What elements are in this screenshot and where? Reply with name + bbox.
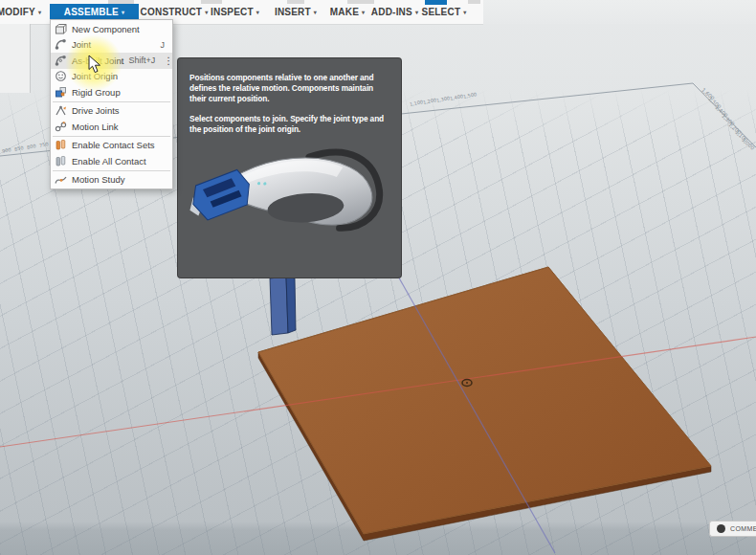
menu-item-enable-contact-sets[interactable]: Enable Contact Sets [51,138,172,154]
menu-assemble[interactable]: ASSEMBLE▾ [50,4,139,20]
chevron-down-icon: ▾ [205,9,208,15]
chevron-down-icon: ▾ [256,9,259,15]
comment-button[interactable]: COMMENT [709,521,756,537]
plate-top-face [258,267,711,534]
new-component-icon [55,23,67,35]
menu-item-as-built-joint[interactable]: As-built Joint Shift+J ⋮ [51,53,172,69]
menu-construct[interactable]: CONSTRUCT▾ [143,4,206,20]
assemble-dropdown-menu: New Component Joint J As-built Joint Shi… [50,19,173,189]
joint-tooltip-image [189,144,389,267]
overflow-menu-icon[interactable]: ⋮ [164,56,171,66]
chevron-down-icon: ▾ [362,9,365,15]
enable-contact-sets-icon [55,139,67,151]
menu-item-joint[interactable]: Joint J [51,37,172,54]
tooltip-paragraph: Select components to join. Specify the j… [189,114,389,135]
menu-inspect[interactable]: INSPECT▾ [210,4,260,20]
menu-modify[interactable]: MODIFY▾ [0,4,46,20]
rigid-group-icon [55,86,67,99]
chevron-down-icon: ▾ [415,9,418,15]
menu-separator [53,170,170,171]
left-panel-fragment [0,24,31,93]
motion-study-icon [55,173,67,186]
menu-item-enable-all-contact[interactable]: Enable All Contact [51,153,172,169]
post-front-face [270,277,288,335]
chevron-down-icon: ▾ [122,9,124,15]
chevron-down-icon: ▾ [314,9,317,15]
menu-item-drive-joints[interactable]: Drive Joints [51,103,172,120]
tooltip-paragraph: Positions components relative to one ano… [189,73,389,104]
comment-button-label: COMMENT [730,525,756,532]
menu-item-joint-origin[interactable]: Joint Origin [51,69,172,85]
menu-select[interactable]: SELECT▾ [422,4,466,20]
post-side-face [286,277,296,333]
menu-make[interactable]: MAKE▾ [327,4,367,20]
as-built-joint-icon [55,55,67,67]
menu-separator [53,101,170,102]
chevron-down-icon: ▾ [463,9,466,15]
fusion-window: 900 850 800 750 1,100 1,200 1,300 1,400 … [0,0,756,555]
enable-all-contact-icon [55,155,67,167]
menu-separator [53,136,170,137]
joint-origin-icon [55,70,67,82]
joint-icon [55,38,67,51]
menu-item-motion-link[interactable]: Motion Link [51,119,172,135]
menu-item-new-component[interactable]: New Component [51,21,172,37]
utility-knife-illustration [189,144,391,267]
joint-tooltip: Positions components relative to one ano… [177,57,402,278]
comment-icon [717,524,725,533]
drive-joints-icon [55,104,67,117]
toolbar-icon-remnant [468,0,480,4]
menu-item-rigid-group[interactable]: Rigid Group [51,84,172,100]
menu-add-ins[interactable]: ADD-INS▾ [369,4,420,20]
motion-link-icon [55,121,67,133]
menu-insert[interactable]: INSERT▾ [272,4,320,20]
chevron-down-icon: ▾ [38,9,41,15]
menu-item-motion-study[interactable]: Motion Study [51,172,172,189]
